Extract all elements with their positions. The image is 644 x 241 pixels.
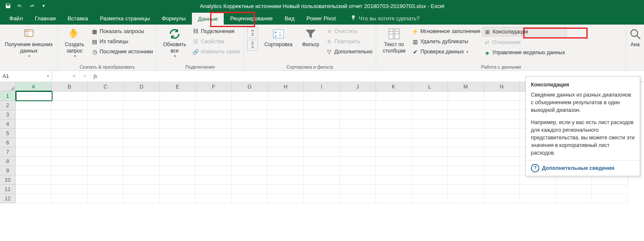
col-head-I[interactable]: I <box>304 82 340 91</box>
cell-K6[interactable] <box>376 138 412 147</box>
col-head-A[interactable]: A <box>16 82 52 91</box>
cell-M3[interactable] <box>448 110 484 119</box>
new-query-button[interactable]: Создать запрос <box>60 26 89 62</box>
cell-P12[interactable] <box>556 194 592 203</box>
refresh-all-button[interactable]: Обновить все <box>158 26 191 62</box>
cell-G6[interactable] <box>232 138 268 147</box>
cell-J3[interactable] <box>340 110 376 119</box>
cell-I11[interactable] <box>304 185 340 194</box>
connections-button[interactable]: ⛓ Подключения <box>191 27 242 36</box>
cell-F11[interactable] <box>196 185 232 194</box>
manage-data-model-button[interactable]: ◈ Управление моделью данных <box>482 48 567 57</box>
cell-K1[interactable] <box>376 91 412 101</box>
cell-F5[interactable] <box>196 129 232 138</box>
cell-F3[interactable] <box>196 110 232 119</box>
cell-G9[interactable] <box>232 166 268 175</box>
cell-C7[interactable] <box>88 147 124 157</box>
cell-A12[interactable] <box>16 194 52 203</box>
row-head-7[interactable]: 7 <box>0 147 16 157</box>
cell-G12[interactable] <box>232 194 268 203</box>
row-head-2[interactable]: 2 <box>0 101 16 110</box>
cell-B3[interactable] <box>52 110 88 119</box>
cell-L9[interactable] <box>412 166 448 175</box>
cell-L4[interactable] <box>412 119 448 129</box>
cell-H1[interactable] <box>268 91 304 101</box>
cell-D7[interactable] <box>124 147 160 157</box>
row-head-9[interactable]: 9 <box>0 166 16 175</box>
properties-button[interactable]: ☰ Свойства <box>191 37 242 46</box>
col-head-N[interactable]: N <box>484 82 520 91</box>
qat-customize-icon[interactable]: ▼ <box>39 1 48 11</box>
col-head-M[interactable]: M <box>448 82 484 91</box>
cell-J12[interactable] <box>340 194 376 203</box>
cell-A7[interactable] <box>16 147 52 157</box>
cell-H7[interactable] <box>268 147 304 157</box>
cell-C9[interactable] <box>88 166 124 175</box>
cell-B1[interactable] <box>52 91 88 101</box>
cell-M9[interactable] <box>448 166 484 175</box>
cell-L10[interactable] <box>412 175 448 185</box>
cell-K11[interactable] <box>376 185 412 194</box>
cell-J11[interactable] <box>340 185 376 194</box>
cell-I12[interactable] <box>304 194 340 203</box>
tab-review[interactable]: Рецензирование <box>224 12 278 25</box>
cell-H3[interactable] <box>268 110 304 119</box>
cell-B12[interactable] <box>52 194 88 203</box>
cell-P10[interactable] <box>556 175 592 185</box>
cell-K12[interactable] <box>376 194 412 203</box>
cell-B9[interactable] <box>52 166 88 175</box>
cell-M1[interactable] <box>448 91 484 101</box>
filter-button[interactable]: Фильтр <box>297 26 324 62</box>
cell-I3[interactable] <box>304 110 340 119</box>
cell-A10[interactable] <box>16 175 52 185</box>
cell-C1[interactable] <box>88 91 124 101</box>
tab-powerpivot[interactable]: Power Pivot <box>300 12 341 25</box>
cell-L5[interactable] <box>412 129 448 138</box>
cell-Q11[interactable] <box>592 185 628 194</box>
cell-G2[interactable] <box>232 101 268 110</box>
cell-E4[interactable] <box>160 119 196 129</box>
cell-J10[interactable] <box>340 175 376 185</box>
cell-H12[interactable] <box>268 194 304 203</box>
cell-I9[interactable] <box>304 166 340 175</box>
cell-D9[interactable] <box>124 166 160 175</box>
row-head-8[interactable]: 8 <box>0 157 16 166</box>
col-head-J[interactable]: J <box>340 82 376 91</box>
cell-K9[interactable] <box>376 166 412 175</box>
cell-P11[interactable] <box>556 185 592 194</box>
cell-D2[interactable] <box>124 101 160 110</box>
cell-N7[interactable] <box>484 147 520 157</box>
cell-I8[interactable] <box>304 157 340 166</box>
cell-I7[interactable] <box>304 147 340 157</box>
cell-C2[interactable] <box>88 101 124 110</box>
cell-M12[interactable] <box>448 194 484 203</box>
tab-home[interactable]: Главная <box>29 12 61 25</box>
cell-G11[interactable] <box>232 185 268 194</box>
cell-G3[interactable] <box>232 110 268 119</box>
cell-C12[interactable] <box>88 194 124 203</box>
cell-E3[interactable] <box>160 110 196 119</box>
cell-B7[interactable] <box>52 147 88 157</box>
cell-J4[interactable] <box>340 119 376 129</box>
cell-N1[interactable] <box>484 91 520 101</box>
row-head-4[interactable]: 4 <box>0 119 16 129</box>
cell-N2[interactable] <box>484 101 520 110</box>
cell-L2[interactable] <box>412 101 448 110</box>
cell-F4[interactable] <box>196 119 232 129</box>
cell-G1[interactable] <box>232 91 268 101</box>
cell-E12[interactable] <box>160 194 196 203</box>
cell-H6[interactable] <box>268 138 304 147</box>
cell-J9[interactable] <box>340 166 376 175</box>
cell-M10[interactable] <box>448 175 484 185</box>
cell-B11[interactable] <box>52 185 88 194</box>
save-icon[interactable] <box>3 1 13 11</box>
cell-E10[interactable] <box>160 175 196 185</box>
cell-L7[interactable] <box>412 147 448 157</box>
cell-K8[interactable] <box>376 157 412 166</box>
cell-A1[interactable] <box>16 91 52 101</box>
cell-K5[interactable] <box>376 129 412 138</box>
tab-pagelayout[interactable]: Разметка страницы <box>94 12 156 25</box>
advanced-filter-button[interactable]: ▽ Дополнительно <box>324 47 374 56</box>
cell-E8[interactable] <box>160 157 196 166</box>
sort-az-icon[interactable]: AZ <box>247 27 258 38</box>
